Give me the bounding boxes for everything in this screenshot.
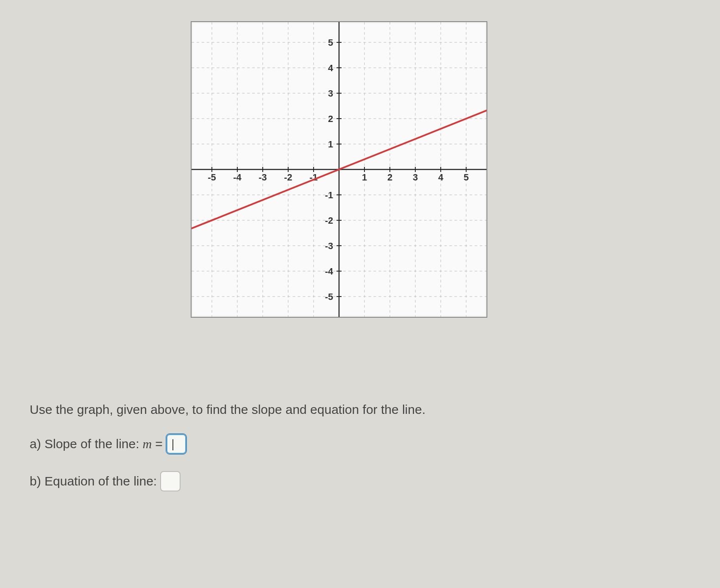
svg-text:2: 2 xyxy=(387,172,392,183)
equals-sign: = xyxy=(155,437,163,451)
svg-text:-4: -4 xyxy=(233,172,242,183)
part-a-label: a) Slope of the line: xyxy=(30,437,139,451)
svg-text:3: 3 xyxy=(328,88,333,99)
svg-text:-5: -5 xyxy=(208,172,216,183)
svg-text:-3: -3 xyxy=(259,172,267,183)
svg-text:-1: -1 xyxy=(325,190,333,200)
svg-text:-2: -2 xyxy=(325,215,333,226)
svg-text:3: 3 xyxy=(413,172,418,183)
part-b: b) Equation of the line: xyxy=(30,471,425,491)
coordinate-plane: -5-4-3-2-11234554321-1-2-3-4-5 xyxy=(192,22,486,317)
graph-panel: -5-4-3-2-11234554321-1-2-3-4-5 xyxy=(191,21,487,318)
svg-text:-2: -2 xyxy=(284,172,292,183)
svg-text:-4: -4 xyxy=(325,266,334,277)
svg-text:2: 2 xyxy=(328,114,333,124)
variable-m: m xyxy=(143,437,152,451)
equation-input[interactable] xyxy=(160,471,181,491)
svg-text:1: 1 xyxy=(362,172,367,183)
svg-text:4: 4 xyxy=(438,172,444,183)
svg-text:5: 5 xyxy=(464,172,469,183)
prompt-text: Use the graph, given above, to find the … xyxy=(30,402,425,417)
part-b-label: b) Equation of the line: xyxy=(30,474,157,488)
svg-text:1: 1 xyxy=(328,139,333,150)
slope-input[interactable] xyxy=(166,434,186,454)
question-prompt: Use the graph, given above, to find the … xyxy=(30,402,425,417)
svg-text:-5: -5 xyxy=(325,291,333,302)
svg-text:4: 4 xyxy=(328,63,334,73)
part-a: a) Slope of the line: m = xyxy=(30,434,425,454)
svg-text:-3: -3 xyxy=(325,241,333,251)
svg-text:5: 5 xyxy=(328,37,333,48)
question-block: Use the graph, given above, to find the … xyxy=(30,402,425,508)
